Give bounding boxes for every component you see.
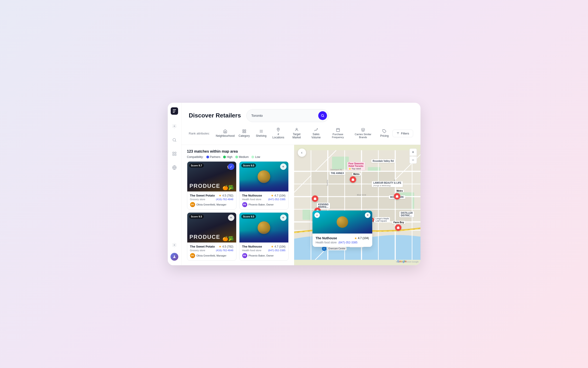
card-manager-4: Phoenix Baker, Owner xyxy=(249,254,274,257)
rank-attr-shelving[interactable]: Shelving xyxy=(253,127,269,139)
user-avatar[interactable] xyxy=(171,253,178,261)
rank-attr-locations[interactable]: # Locations xyxy=(270,126,287,141)
grid-icon[interactable] xyxy=(170,150,179,158)
rank-attr-purchase-frequency-label: Purchase Frequency xyxy=(329,133,347,139)
results-grid: PRODUCE 🍊🥦 🍞 Score 9.7 ✓ Th xyxy=(187,161,289,261)
card-name-1: The Sweet Potato xyxy=(190,194,215,197)
svg-rect-14 xyxy=(244,131,246,133)
card-phone-3[interactable]: (416)-762-4848 xyxy=(216,249,234,252)
svg-marker-24 xyxy=(361,128,365,130)
compat-partners: Partners xyxy=(206,155,220,159)
card-name-3: The Sweet Potato xyxy=(190,245,215,248)
card-phone-1[interactable]: (416)-762-4848 xyxy=(216,198,234,201)
retailer-card-2[interactable]: Score 9.5 + The Nuthouse ★ 4.7 (104) xyxy=(239,161,289,210)
zoom-in-button[interactable]: + xyxy=(409,148,417,156)
card-manager-avatar-2: PB xyxy=(242,202,247,207)
compat-partners-label: Partners xyxy=(210,155,220,159)
map-pin-metro-right-label: Metro xyxy=(396,189,404,192)
retailer-card-4[interactable]: Score 9.5 + The Nuthouse ★ 4.7 (104) xyxy=(239,212,289,261)
map-popup: + ✕ The Nuthouse ★ 4.7 (104) xyxy=(313,211,372,247)
map-toggle-button[interactable]: ‹ xyxy=(298,148,306,157)
svg-point-19 xyxy=(296,128,297,130)
rank-attr-target-market-label: Target Market xyxy=(290,133,303,139)
svg-rect-13 xyxy=(243,131,244,133)
popup-image: + ✕ xyxy=(313,211,372,234)
map-label-longos: 🏠 Longo's MapleLeaf Square xyxy=(370,217,390,222)
card-score-3: Score 9.5 xyxy=(189,214,204,219)
popup-ball xyxy=(337,216,348,228)
popup-info: Health food store (647)-352-3385 xyxy=(316,241,369,244)
card-manager-3: Olivia Greenfield, Manager xyxy=(197,254,226,257)
svg-rect-2 xyxy=(173,152,174,153)
card-image-1: PRODUCE 🍊🥦 🍞 Score 9.7 ✓ xyxy=(187,162,236,192)
svg-rect-4 xyxy=(173,154,174,155)
rank-attr-target-market[interactable]: Target Market xyxy=(288,126,306,141)
filters-button[interactable]: Filters xyxy=(392,130,413,137)
popup-add-button[interactable]: + xyxy=(314,212,320,218)
map-zoom-controls: + − xyxy=(409,148,417,164)
card-image-2: Score 9.5 + xyxy=(239,162,288,192)
card-select-3[interactable]: + xyxy=(228,214,234,221)
card-body-4: The Nuthouse ★ 4.7 (104) Health food sto… xyxy=(239,242,288,260)
card-select-4[interactable]: + xyxy=(280,214,287,221)
rank-attr-category[interactable]: Category xyxy=(236,127,252,139)
globe-icon[interactable] xyxy=(170,163,179,172)
dot-partners xyxy=(206,156,209,158)
svg-point-8 xyxy=(174,245,175,246)
retailer-card-3[interactable]: PRODUCE 🍊🥦 Score 9.5 + The Sweet Potato … xyxy=(187,212,236,261)
card-phone-4[interactable]: (647)-352-3385 xyxy=(268,249,286,252)
search-input[interactable] xyxy=(251,114,317,118)
rank-label: Rank attributes: xyxy=(189,132,210,135)
card-select-1[interactable]: ✓ xyxy=(228,163,234,170)
map-pin-metro-right[interactable] xyxy=(394,193,400,200)
card-body-1: The Sweet Potato ★ 4.5 (782) Grocery sto… xyxy=(187,192,236,209)
rank-attr-pricing-label: Pricing xyxy=(380,134,389,138)
map-pin-metro-3[interactable] xyxy=(312,195,318,202)
map-label-rosedale: Rosedale Valley Rd xyxy=(371,159,395,163)
svg-rect-3 xyxy=(175,152,176,153)
rank-attr-similar-brands[interactable]: Carries Similar Brands xyxy=(351,126,376,141)
map-label-lamour: LAMOUR BEAUTY & LIFE(Yonge & Wellesley) xyxy=(372,181,403,187)
rank-attr-sales-volume-label: Sales Volume xyxy=(309,133,322,139)
card-select-2[interactable]: + xyxy=(280,163,287,170)
svg-rect-5 xyxy=(175,154,176,155)
svg-point-10 xyxy=(321,114,324,116)
svg-point-18 xyxy=(278,129,279,129)
sidebar-settings-icon[interactable] xyxy=(170,241,179,249)
popup-phone[interactable]: (647)-352-3385 xyxy=(338,241,358,244)
popup-body: The Nuthouse ★ 4.7 (104) Health food sto… xyxy=(313,234,372,247)
produce-sign-3: PRODUCE xyxy=(190,234,220,240)
results-count: 123 matches within map area xyxy=(187,149,289,154)
rank-attr-shelving-label: Shelving xyxy=(256,134,267,138)
map-pin-farmboy-3[interactable] xyxy=(395,224,401,231)
svg-point-9 xyxy=(174,256,175,257)
svg-rect-20 xyxy=(336,129,340,132)
map-pin-metro-1[interactable] xyxy=(350,176,356,183)
popup-close-button[interactable]: ✕ xyxy=(365,212,371,218)
search-icon[interactable] xyxy=(170,136,179,144)
dot-high xyxy=(223,156,226,158)
compat-high: High xyxy=(223,155,233,159)
card-phone-2[interactable]: (647)-352-3385 xyxy=(268,198,286,201)
filters-label: Filters xyxy=(401,132,409,135)
settings-icon[interactable] xyxy=(170,122,179,130)
card-name-4: The Nuthouse xyxy=(242,245,262,248)
popup-type: Health food store xyxy=(316,241,337,244)
retailer-card-1[interactable]: PRODUCE 🍊🥦 🍞 Score 9.7 ✓ Th xyxy=(187,161,236,210)
rank-attr-neighbourhood[interactable]: Neighbourhood xyxy=(215,127,235,139)
svg-point-1 xyxy=(173,138,176,141)
svg-rect-11 xyxy=(243,130,244,131)
card-score-2: Score 9.5 xyxy=(241,163,256,167)
map-label-annex: THE ANNEX xyxy=(329,172,345,175)
rank-attr-pricing[interactable]: Pricing xyxy=(376,127,392,139)
page-title: Discover Retailers xyxy=(189,112,241,119)
rank-attr-sales-volume[interactable]: Sales Volume xyxy=(307,126,325,141)
rank-attr-category-label: Category xyxy=(238,134,250,138)
rank-attrs: Neighbourhood Category Shelving xyxy=(215,126,393,141)
compat-high-label: High xyxy=(227,155,233,159)
results-panel: 123 matches within map area Compatibilit… xyxy=(181,145,294,265)
zoom-out-button[interactable]: − xyxy=(409,156,417,164)
rank-attr-purchase-frequency[interactable]: Purchase Frequency xyxy=(326,126,350,141)
card-manager-avatar-1: OG xyxy=(190,202,195,207)
search-button[interactable] xyxy=(318,111,327,120)
